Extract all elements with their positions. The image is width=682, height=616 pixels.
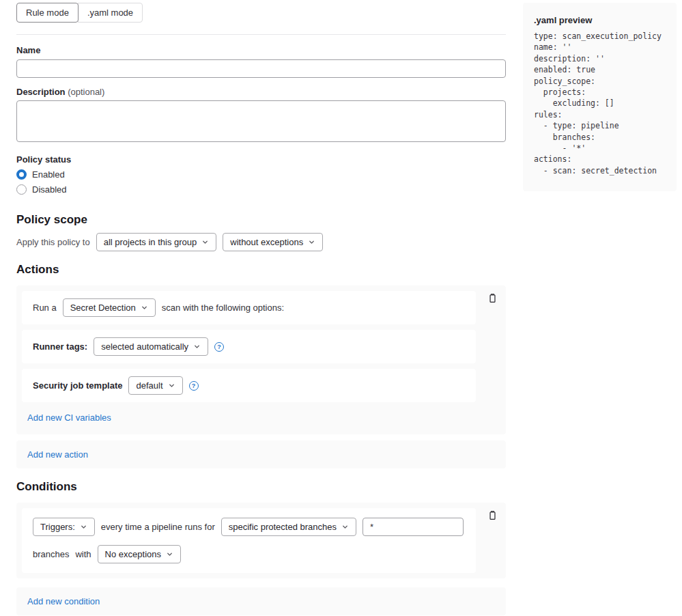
scope-exceptions-dropdown[interactable]: without exceptions (223, 233, 323, 251)
editor-mode-toggle: Rule mode .yaml mode (16, 3, 143, 23)
condition-text: every time a pipeline runs for (101, 522, 215, 532)
chevron-down-icon (201, 238, 209, 246)
description-label: Description (optional) (16, 87, 506, 97)
enabled-radio-label: Enabled (32, 169, 65, 180)
radio-unchecked-icon[interactable] (16, 184, 27, 195)
divider (16, 34, 506, 35)
trash-icon (487, 512, 498, 522)
chevron-down-icon (308, 238, 315, 246)
scan-type-dropdown-value: Secret Detection (70, 303, 136, 313)
policy-scope-heading: Policy scope (16, 213, 506, 227)
conditions-heading: Conditions (16, 480, 506, 494)
delete-action-button[interactable] (486, 292, 499, 305)
runner-tags-dropdown[interactable]: selected automatically (94, 337, 208, 356)
yaml-preview-title: .yaml preview (534, 15, 666, 25)
scope-exceptions-dropdown-value: without exceptions (230, 237, 303, 247)
branch-exceptions-dropdown[interactable]: No exceptions (98, 545, 181, 563)
chevron-down-icon (341, 523, 349, 531)
name-label: Name (16, 45, 506, 55)
rule-mode-button[interactable]: Rule mode (16, 3, 79, 23)
branch-pattern-input[interactable] (363, 518, 464, 536)
yaml-mode-button[interactable]: .yaml mode (78, 3, 143, 23)
branches-suffix-text: branches (33, 549, 69, 559)
action-card-footer: Add new CI variables (22, 402, 500, 429)
scan-options-text: scan with the following options: (162, 303, 284, 313)
scope-projects-dropdown-value: all projects in this group (104, 237, 197, 247)
chevron-down-icon (168, 382, 175, 389)
job-template-label: Security job template (33, 380, 122, 391)
branch-exceptions-dropdown-value: No exceptions (105, 549, 161, 559)
runner-tags-help-icon[interactable]: ? (214, 342, 224, 352)
job-template-dropdown[interactable]: default (128, 376, 182, 395)
condition-card: Triggers: every time a pipeline runs for… (16, 503, 506, 578)
runner-tags-dropdown-value: selected automatically (101, 341, 188, 352)
run-a-text: Run a (33, 303, 57, 313)
add-condition-link[interactable]: Add new condition (27, 596, 100, 606)
description-input[interactable] (16, 100, 506, 142)
triggers-dropdown[interactable]: Triggers: (33, 518, 95, 536)
description-label-text: Description (16, 87, 66, 97)
triggers-dropdown-value: Triggers: (40, 522, 75, 532)
policy-status-disabled-option[interactable]: Disabled (16, 184, 506, 195)
radio-checked-icon[interactable] (16, 169, 27, 180)
trash-icon (487, 295, 498, 305)
scope-projects-dropdown[interactable]: all projects in this group (96, 233, 217, 251)
policy-status-enabled-option[interactable]: Enabled (16, 169, 506, 180)
action-card-rows: Run a Secret Detection scan with the fol… (22, 291, 476, 402)
disabled-radio-label: Disabled (32, 184, 67, 195)
scan-type-row: Run a Secret Detection scan with the fol… (22, 291, 476, 324)
delete-condition-button[interactable] (486, 509, 499, 522)
branch-type-dropdown[interactable]: specific protected branches (221, 518, 356, 536)
add-condition-bar: Add new condition (16, 587, 506, 615)
runner-tags-label: Runner tags: (33, 341, 87, 352)
chevron-down-icon (80, 523, 87, 531)
job-template-help-icon[interactable]: ? (189, 381, 199, 391)
job-template-row: Security job template default ? (22, 369, 476, 402)
add-action-bar: Add new action (16, 440, 506, 468)
chevron-down-icon (166, 550, 173, 558)
yaml-preview-code: type: scan_execution_policy name: '' des… (534, 31, 666, 176)
runner-tags-row: Runner tags: selected automatically ? (22, 330, 476, 363)
apply-policy-text: Apply this policy to (16, 237, 90, 247)
action-card: Run a Secret Detection scan with the fol… (16, 285, 506, 434)
scan-type-dropdown[interactable]: Secret Detection (63, 298, 156, 317)
actions-heading: Actions (16, 263, 506, 277)
job-template-dropdown-value: default (136, 380, 162, 391)
name-input[interactable] (16, 59, 506, 78)
description-optional-text: (optional) (68, 87, 104, 97)
chevron-down-icon (141, 304, 148, 311)
pipeline-condition-row: Triggers: every time a pipeline runs for… (22, 508, 476, 573)
with-text: with (75, 549, 91, 559)
add-ci-variables-link[interactable]: Add new CI variables (27, 412, 111, 423)
policy-scope-row: Apply this policy to all projects in thi… (16, 233, 506, 251)
add-action-link[interactable]: Add new action (27, 449, 88, 460)
chevron-down-icon (193, 343, 201, 350)
policy-status-label: Policy status (16, 154, 506, 165)
condition-card-rows: Triggers: every time a pipeline runs for… (22, 508, 476, 573)
policy-editor: Rule mode .yaml mode Name Description (o… (16, 3, 506, 616)
branch-type-dropdown-value: specific protected branches (229, 522, 337, 532)
yaml-preview-panel: .yaml preview type: scan_execution_polic… (523, 3, 677, 191)
